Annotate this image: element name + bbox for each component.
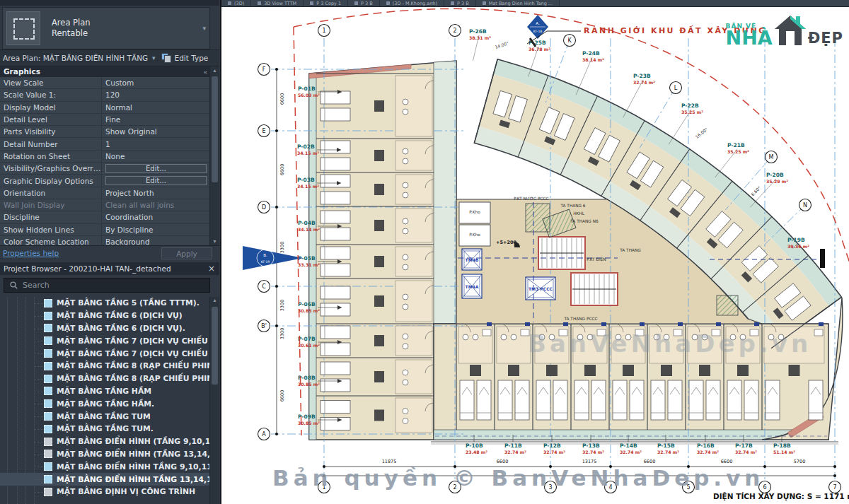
app-window: { "app": { "view_tabs": [ {"label": "(3D…: [0, 0, 849, 504]
floor-plan-icon: [44, 475, 52, 484]
property-row[interactable]: Graphic Display OptionsEdit...: [0, 175, 209, 187]
property-value[interactable]: Edit...: [101, 163, 209, 174]
view-tab[interactable]: P 3 Copy 1: [304, 0, 348, 6]
edit-button[interactable]: Edit...: [105, 164, 207, 173]
view-selector-row[interactable]: Area Plan: MẶT BẰNG ĐIỂN HÌNH TẦNG 13,1 …: [0, 49, 219, 66]
property-row[interactable]: OrientationProject North: [0, 187, 209, 199]
property-row[interactable]: Display ModelNormal: [0, 102, 209, 114]
browser-item[interactable]: MẶT BẰNG TẦNG TUM: [0, 410, 209, 423]
scroll-up-icon[interactable]: ▴: [210, 67, 219, 74]
floor-plan-canvas[interactable]: 1187566001317566006600570066006600330033…: [221, 0, 849, 504]
property-value[interactable]: 120: [101, 89, 209, 100]
browser-item[interactable]: MẶT BẰNG ĐIỂN HÌNH TẦNG 13,14,15 (: [0, 473, 209, 486]
dimension-text: 3300: [279, 300, 285, 312]
room-area: 51.14 m²: [773, 450, 795, 455]
browser-item[interactable]: MẶT BẰNG ĐIỂN HÌNH TẦNG 9,10,11,12 (: [0, 460, 209, 473]
property-value[interactable]: 1: [101, 138, 209, 149]
browser-item[interactable]: MẶT BẰNG TẦNG 5 (TẦNG TTTM).: [0, 297, 209, 310]
property-row[interactable]: DisciplineCoordination: [0, 211, 209, 223]
property-value[interactable]: Edit...: [101, 175, 209, 186]
browser-item-label: MẶT BẰNG TẦNG 7 (DỊCH VỤ CHIẾU PHIM): [57, 336, 209, 346]
scroll-up-icon[interactable]: ▴: [210, 297, 219, 303]
room-label: P-03B: [297, 177, 315, 183]
site-logo: BẢN VẼ NHÀ ĐẸP: [726, 14, 843, 47]
room-label: P-11B: [504, 443, 522, 449]
property-value[interactable]: Clean all wall joins: [101, 199, 209, 211]
property-row[interactable]: Scale Value 1:120: [0, 89, 209, 101]
browser-item[interactable]: MẶT BẰNG TẦNG HẦM: [0, 385, 209, 398]
property-row[interactable]: Rotation on SheetNone: [0, 151, 209, 163]
browser-item[interactable]: MẶT BẰNG TẦNG 7 (DỊCH VỤ CHIẾU PHIM): [0, 334, 209, 347]
browser-item[interactable]: MẶT BẰNG TẦNG 8 (RẠP CHIẾU PHIM).: [0, 373, 209, 385]
properties-scrollbar[interactable]: ▴ ▾: [209, 66, 219, 245]
property-row[interactable]: Color Scheme LocationBackground: [0, 236, 209, 245]
browser-item[interactable]: MẶT BẰNG ĐỊNH VỊ CÔNG TRÌNH: [0, 486, 209, 498]
browser-item[interactable]: MẶT BẰNG ĐIỂN HÌNH (TẦNG 13,14,15): [0, 448, 209, 461]
browser-item-label: MẶT BẰNG ĐIỂN HÌNH (TẦNG 9,10,11,12): [57, 437, 209, 446]
scroll-thumb[interactable]: [212, 76, 218, 182]
property-value[interactable]: By Discipline: [101, 224, 209, 235]
property-row[interactable]: Parts VisibilityShow Original: [0, 126, 209, 138]
graphics-section-header[interactable]: Graphics «: [0, 66, 213, 77]
browser-item[interactable]: MẶT BẰNG TẦNG 8 (RẠP CHIẾU PHIM): [0, 360, 209, 373]
room-area: 35.29 m²: [766, 179, 788, 184]
project-browser-titlebar[interactable]: Project Browser - 200210-HAI TAN-_detach…: [0, 262, 219, 275]
property-label: View Scale: [0, 78, 101, 87]
view-tab[interactable]: Mat Bang Dien Hinh Tang ...: [476, 0, 560, 6]
property-value[interactable]: Normal: [101, 102, 209, 113]
scroll-down-icon[interactable]: ▾: [210, 238, 219, 245]
room-label: P-18B: [773, 443, 791, 449]
property-value[interactable]: Custom: [101, 77, 209, 88]
properties-help-link[interactable]: Properties help: [3, 249, 59, 257]
property-value[interactable]: Background: [101, 236, 209, 245]
property-row[interactable]: View ScaleCustom: [0, 77, 209, 89]
view-selector-label[interactable]: Area Plan: MẶT BẰNG ĐIỂN HÌNH TẦNG 13,1: [3, 54, 150, 62]
type-selector[interactable]: Area Plan Rentable ▾: [2, 7, 210, 49]
browser-item[interactable]: MẶT BẰNG TẦNG 6 (DỊCH VỤ).: [0, 322, 209, 335]
chevron-down-icon[interactable]: ▾: [152, 54, 156, 61]
apply-button[interactable]: Apply: [161, 247, 212, 259]
close-icon[interactable]: ×: [208, 262, 215, 275]
view-tab[interactable]: P 3 B: [348, 0, 380, 6]
property-row[interactable]: Visibility/Graphics Overrid...Edit...: [0, 163, 209, 175]
chevron-down-icon[interactable]: ▾: [202, 25, 206, 32]
view-tab[interactable]: P 3 B: [444, 0, 476, 6]
core-label: P.Kho: [469, 233, 480, 237]
view-tab[interactable]: 3D View TTTM: [251, 0, 304, 6]
browser-item[interactable]: MẶT BẰNG TẦNG HẦM.: [0, 397, 209, 410]
room-label: P-15B: [657, 443, 675, 449]
view-tab[interactable]: (3D - M.Khong.anh): [380, 0, 444, 6]
property-value[interactable]: Project North: [101, 187, 209, 199]
property-value[interactable]: Coordination: [101, 211, 209, 223]
edit-button[interactable]: Edit...: [105, 176, 207, 185]
property-label: Orientation: [0, 189, 101, 197]
collapse-icon[interactable]: «: [203, 67, 207, 78]
browser-item-label: MẶT BẰNG ĐIỂN HÌNH TẦNG 13,14,15 (: [57, 475, 209, 484]
drawing-area[interactable]: (3D)3D View TTTMP 3 Copy 1P 3 B(3D - M.K…: [220, 0, 849, 504]
property-value[interactable]: None: [101, 151, 209, 162]
edit-type-button[interactable]: Edit Type: [175, 54, 209, 62]
view-tabs-strip[interactable]: (3D)3D View TTTMP 3 Copy 1P 3 B(3D - M.K…: [221, 0, 849, 7]
property-value[interactable]: Fine: [101, 114, 209, 125]
property-row[interactable]: Detail LevelFine: [0, 114, 209, 126]
room-area: 34.15 m²: [297, 184, 319, 189]
room-area: 32.74 m²: [582, 450, 604, 455]
browser-item[interactable]: MẶT BẰNG ĐIỂN HÌNH (TẦNG 9,10,11,12): [0, 435, 209, 448]
browser-search-box[interactable]: Search: [4, 278, 210, 293]
logo-text-main: NHÀ: [726, 30, 773, 47]
browser-item[interactable]: MẶT BẰNG TẦNG 7 (DỊCH VỤ CHIẾU PHIM).: [0, 347, 209, 360]
room-area: 32.74 m²: [657, 450, 679, 455]
browser-item[interactable]: MẶT BẰNG TẦNG TUM.: [0, 423, 209, 435]
property-row[interactable]: Show Hidden LinesBy Discipline: [0, 224, 209, 236]
browser-item-label: MẶT BẰNG ĐIỂN HÌNH TẦNG 9,10,11,12 (: [57, 462, 209, 471]
browser-item[interactable]: MẶT BẰNG TẦNG 6 (DỊCH VỤ): [0, 310, 209, 322]
property-row[interactable]: Wall Join DisplayClean all wall joins: [0, 199, 209, 211]
view-tab[interactable]: (3D): [221, 0, 251, 6]
svg-text:F: F: [262, 66, 266, 73]
room-area: 34.15 m²: [297, 151, 319, 156]
tree-scrollbar[interactable]: ▴: [209, 297, 219, 504]
property-row[interactable]: Detail Number1: [0, 138, 209, 150]
room-area: 32.74 m²: [543, 450, 565, 455]
property-value[interactable]: Show Original: [101, 126, 209, 137]
scroll-thumb[interactable]: [212, 307, 218, 385]
